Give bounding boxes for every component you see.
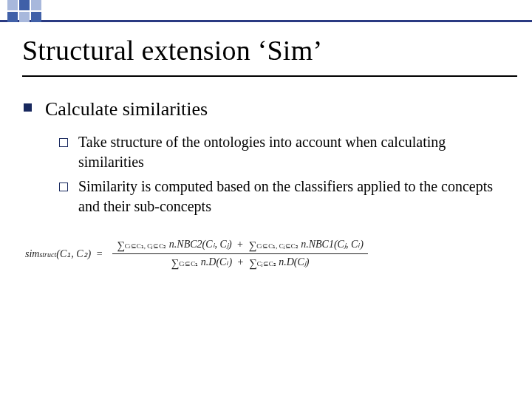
formula-denominator: ∑Cᵢ⊆C₁ n.D(Cᵢ) + ∑Cⱼ⊆C₂ n.D(Cⱼ)	[112, 254, 368, 271]
bullet-square-icon	[24, 103, 32, 112]
bullet-text: Similarity is computed based on the clas…	[78, 177, 510, 216]
bullet-open-square-icon	[59, 183, 68, 191]
slide-body: Calculate similarities Take structure of…	[24, 96, 510, 221]
bullet-level2: Similarity is computed based on the clas…	[59, 177, 510, 216]
bullet-level2: Take structure of the ontologies into ac…	[59, 132, 510, 172]
formula-lhs: simstruct(C₁, C₂) =	[25, 248, 106, 260]
bullet-text: Calculate similarities	[45, 96, 208, 122]
slide-decor	[0, 0, 532, 27]
formula-numerator: ∑Cᵢ⊆C₁, Cⱼ⊆C₂ n.NBC2(Cᵢ, Cⱼ) + ∑Cᵢ⊆C₁, C…	[112, 236, 368, 254]
bullet-level1: Calculate similarities	[24, 96, 510, 122]
similarity-formula: simstruct(C₁, C₂) = ∑Cᵢ⊆C₁, Cⱼ⊆C₂ n.NBC2…	[25, 236, 507, 271]
slide-title: Structural extension ‘Sim’	[22, 34, 517, 77]
bullet-open-square-icon	[59, 138, 68, 147]
bullet-text: Take structure of the ontologies into ac…	[78, 132, 510, 172]
formula-fraction: ∑Cᵢ⊆C₁, Cⱼ⊆C₂ n.NBC2(Cᵢ, Cⱼ) + ∑Cᵢ⊆C₁, C…	[112, 236, 368, 271]
